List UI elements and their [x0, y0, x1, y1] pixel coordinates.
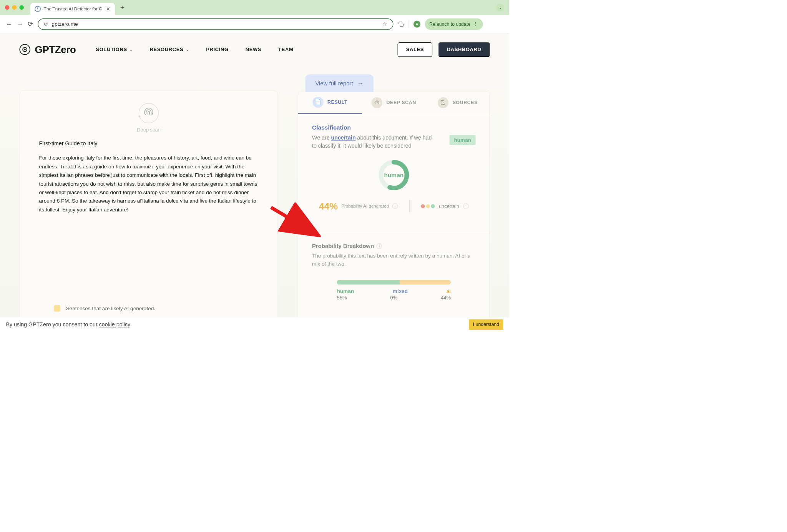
- status-dots: [421, 204, 435, 208]
- uncertain-text: uncertain: [439, 203, 459, 209]
- more-dots-icon: ⋮: [473, 21, 478, 27]
- bar-segment-human: [337, 280, 400, 285]
- browser-tab[interactable]: The Trusted AI Detector for C ✕: [30, 3, 115, 15]
- probability-label: Probability AI generated: [341, 203, 389, 209]
- main-nav: SOLUTIONS⌄ RESOURCES⌄ PRICING NEWS TEAM: [96, 47, 293, 52]
- donut: human: [378, 159, 410, 191]
- page-content: GPTZero SOLUTIONS⌄ RESOURCES⌄ PRICING NE…: [0, 33, 509, 332]
- svg-line-5: [271, 208, 313, 233]
- deep-scan-label: Deep scan: [39, 127, 259, 133]
- minimize-window-button[interactable]: [12, 5, 17, 10]
- tab-label: SOURCES: [453, 100, 478, 105]
- window-controls: [5, 5, 28, 10]
- bar-label-ai: ai: [447, 288, 451, 294]
- nav-team[interactable]: TEAM: [278, 47, 293, 52]
- logo[interactable]: GPTZero: [19, 44, 76, 55]
- classification-section: Classification We are uncertain about th…: [298, 114, 490, 226]
- tab-deep-scan[interactable]: DEEP SCAN: [362, 91, 426, 114]
- nav-label: SOLUTIONS: [96, 47, 127, 52]
- legend-text: Sentences that are likely AI generated.: [66, 306, 155, 312]
- cookie-policy-link[interactable]: cookie policy: [99, 321, 130, 328]
- fingerprint-icon: [144, 107, 154, 120]
- toolbar-divider: [409, 20, 409, 28]
- search-document-icon: [440, 100, 446, 106]
- relaunch-button[interactable]: Relaunch to update ⋮: [425, 18, 483, 30]
- donut-chart: human: [312, 159, 476, 192]
- tab-favicon-icon: [35, 6, 41, 12]
- info-icon[interactable]: i: [392, 203, 398, 209]
- nav-label: NEWS: [246, 47, 261, 52]
- nav-label: TEAM: [278, 47, 293, 52]
- url-text: gptzero.me: [52, 21, 379, 27]
- cookie-prefix: By using GPTZero you consent to our: [6, 321, 99, 328]
- address-bar[interactable]: ⚙ gptzero.me ☆: [38, 18, 393, 30]
- annotation-arrow: [266, 203, 320, 238]
- result-tabs: 📄 RESULT DEEP SCAN SOURCES: [298, 91, 490, 114]
- bar-value-mixed: 0%: [390, 295, 397, 301]
- site-header: GPTZero SOLUTIONS⌄ RESOURCES⌄ PRICING NE…: [0, 33, 509, 66]
- browser-titlebar: The Trusted AI Detector for C ✕ + ⌄: [0, 0, 509, 15]
- results-column: View full report → 📄 RESULT DEEP SCAN: [298, 66, 490, 323]
- document-icon: 📄: [314, 99, 321, 106]
- svg-rect-0: [441, 100, 444, 104]
- dashboard-button[interactable]: DASHBOARD: [438, 42, 490, 57]
- info-icon[interactable]: i: [377, 243, 382, 249]
- logo-icon: [19, 44, 30, 55]
- bookmark-star-icon[interactable]: ☆: [382, 21, 387, 27]
- deep-scan-indicator: Deep scan: [39, 103, 259, 133]
- maximize-window-button[interactable]: [19, 5, 24, 10]
- uncertain-link[interactable]: uncertain: [331, 135, 356, 141]
- fingerprint-circle: [139, 103, 159, 123]
- back-button[interactable]: ←: [6, 20, 13, 28]
- view-full-report-link[interactable]: View full report →: [306, 74, 374, 92]
- dot-ai: [421, 204, 425, 208]
- tabs-dropdown-button[interactable]: ⌄: [496, 3, 504, 12]
- document-panel: Deep scan First-timer Guide to Italy For…: [19, 91, 278, 322]
- tab-sources[interactable]: SOURCES: [426, 91, 490, 114]
- forward-button[interactable]: →: [17, 20, 23, 28]
- probability-bar-chart: human mixed ai 55% 0% 44%: [312, 280, 476, 301]
- tab-close-icon[interactable]: ✕: [106, 6, 110, 12]
- probability-ai: 44% Probability AI generated i: [319, 201, 398, 211]
- new-tab-button[interactable]: +: [120, 3, 124, 11]
- cookie-consent-bar: By using GPTZero you consent to our cook…: [0, 318, 509, 332]
- avatar-letter: A: [416, 22, 418, 26]
- reload-button[interactable]: ⟳: [28, 20, 33, 28]
- results-panel: 📄 RESULT DEEP SCAN SOURCES Classificatio…: [298, 91, 490, 323]
- browser-toolbar: ← → ⟳ ⚙ gptzero.me ☆ A Relaunch to updat…: [0, 15, 509, 33]
- bar-label-human: human: [337, 288, 354, 294]
- cookie-text: By using GPTZero you consent to our cook…: [6, 321, 131, 328]
- breakdown-title: Probability Breakdown i: [312, 243, 476, 249]
- site-settings-icon[interactable]: ⚙: [44, 21, 48, 27]
- tab-title: The Trusted AI Detector for C: [44, 6, 102, 12]
- bar-values: 55% 0% 44%: [337, 295, 451, 301]
- tab-label: DEEP SCAN: [387, 100, 416, 105]
- bar-value-ai: 44%: [441, 295, 451, 301]
- classification-description: We are uncertain about this document. If…: [312, 133, 434, 150]
- tab-result[interactable]: 📄 RESULT: [298, 91, 362, 114]
- cookie-accept-button[interactable]: I understand: [469, 319, 503, 330]
- profile-avatar[interactable]: A: [413, 20, 420, 27]
- sales-button[interactable]: SALES: [398, 42, 432, 57]
- nav-label: PRICING: [206, 47, 228, 52]
- info-icon[interactable]: i: [463, 203, 469, 209]
- tab-icon-wrap: [438, 97, 448, 108]
- document-title: First-timer Guide to Italy: [39, 140, 259, 147]
- nav-news[interactable]: NEWS: [246, 47, 261, 52]
- stats-row: 44% Probability AI generated i uncerta: [312, 199, 476, 213]
- close-window-button[interactable]: [5, 5, 10, 10]
- extensions-icon[interactable]: [398, 21, 404, 27]
- nav-resources[interactable]: RESOURCES⌄: [150, 47, 189, 52]
- breakdown-section: Probability Breakdown i The probability …: [298, 233, 490, 310]
- chevron-down-icon: ⌄: [186, 48, 189, 52]
- chevron-down-icon: ⌄: [130, 48, 133, 52]
- breakdown-title-text: Probability Breakdown: [312, 243, 374, 249]
- header-actions: SALES DASHBOARD: [398, 42, 490, 57]
- bar-value-human: 55%: [337, 295, 347, 301]
- nav-pricing[interactable]: PRICING: [206, 47, 228, 52]
- relaunch-label: Relaunch to update: [429, 21, 470, 27]
- tab-icon-wrap: 📄: [312, 97, 323, 108]
- dot-mixed: [426, 204, 430, 208]
- bar-label-mixed: mixed: [393, 288, 408, 294]
- nav-solutions[interactable]: SOLUTIONS⌄: [96, 47, 133, 52]
